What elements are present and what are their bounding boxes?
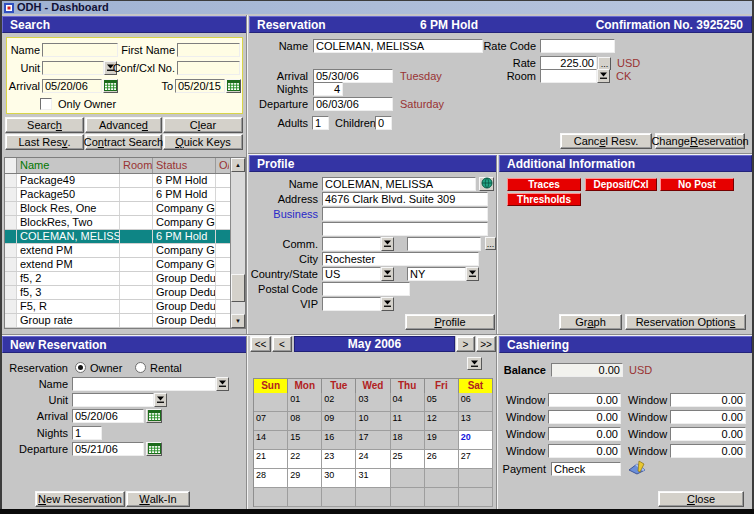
owner-radio[interactable] — [75, 362, 86, 373]
calendar-day[interactable]: 09 — [322, 412, 356, 431]
table-cell[interactable]: Package50 — [17, 188, 120, 201]
calendar-day[interactable]: 05 — [425, 393, 459, 412]
newres-arrival-calendar-button[interactable] — [146, 409, 162, 423]
table-cell[interactable] — [120, 188, 153, 201]
table-cell[interactable]: F5, R — [17, 300, 120, 313]
table-cell[interactable] — [5, 174, 17, 187]
calendar-day[interactable]: 12 — [425, 412, 459, 431]
table-row[interactable]: Package496 PM Hold — [5, 174, 245, 188]
table-row[interactable]: Package506 PM Hold — [5, 188, 245, 202]
postal-code-field[interactable] — [322, 282, 410, 296]
search-conf-input[interactable] — [177, 61, 240, 75]
close-button[interactable]: Close — [658, 491, 744, 507]
table-cell[interactable]: Group Deduct — [153, 272, 216, 285]
calendar-day[interactable]: 11 — [391, 412, 425, 431]
calendar-day[interactable]: 03 — [356, 393, 390, 412]
res-arrival-field[interactable]: 05/30/06 — [313, 69, 393, 83]
table-cell[interactable] — [120, 258, 153, 271]
table-cell[interactable]: Company Guara — [153, 216, 216, 229]
quick-keys-button[interactable]: Quick Keys — [163, 134, 243, 150]
table-row[interactable]: COLEMAN, MELISSA6 PM Hold — [5, 230, 245, 244]
calendar-day[interactable]: 25 — [391, 450, 425, 469]
table-row[interactable]: BlockRes, TwoCompany Guara — [5, 216, 245, 230]
state-dropdown-button[interactable] — [466, 267, 479, 281]
table-cell[interactable]: 6 PM Hold — [153, 174, 216, 187]
vip-field[interactable] — [322, 297, 381, 311]
search-arrival-input[interactable]: 05/20/06 — [42, 79, 102, 93]
rental-radio[interactable] — [135, 362, 146, 373]
rate-field[interactable]: 225.00 — [540, 56, 597, 70]
window-amount-field[interactable]: 0.00 — [548, 393, 621, 407]
calendar-day[interactable]: 27 — [459, 450, 493, 469]
window-amount-field[interactable]: 0.00 — [548, 427, 621, 441]
newres-unit-field[interactable] — [72, 393, 154, 407]
comm-value-field[interactable] — [407, 237, 481, 251]
calendar-day[interactable]: 26 — [425, 450, 459, 469]
table-row[interactable]: f5, 2Group Deduct — [5, 272, 245, 286]
column-header-room[interactable]: Room — [120, 158, 153, 173]
column-header-name[interactable]: Name — [17, 158, 120, 173]
table-cell[interactable] — [216, 300, 229, 313]
table-cell[interactable] — [5, 244, 17, 257]
rate-code-field[interactable] — [540, 39, 615, 53]
table-cell[interactable]: Package49 — [17, 174, 120, 187]
search-first-name-input[interactable] — [177, 43, 240, 57]
table-cell[interactable] — [120, 230, 153, 243]
calendar-day[interactable]: 04 — [391, 393, 425, 412]
table-cell[interactable] — [120, 286, 153, 299]
table-cell[interactable] — [120, 300, 153, 313]
search-to-input[interactable]: 05/20/15 — [175, 79, 225, 93]
table-cell[interactable] — [120, 314, 153, 327]
column-header-oa[interactable]: O/A — [216, 158, 229, 173]
newres-departure-field[interactable]: 05/21/06 — [72, 442, 144, 456]
table-cell[interactable]: Group Deduct — [153, 286, 216, 299]
vip-dropdown-button[interactable] — [381, 297, 394, 311]
newres-name-dropdown-button[interactable] — [216, 377, 229, 391]
adults-field[interactable]: 1 — [312, 116, 329, 130]
country-field[interactable]: US — [322, 267, 381, 281]
profile-globe-button[interactable] — [479, 177, 494, 191]
table-row[interactable]: extend PMCompany Guara — [5, 244, 245, 258]
window-amount-field[interactable]: 0.00 — [670, 410, 746, 424]
table-cell[interactable] — [216, 202, 229, 215]
calendar-day[interactable]: 24 — [356, 450, 390, 469]
table-cell[interactable] — [216, 314, 229, 327]
scroll-up-button[interactable]: ▲ — [231, 158, 245, 172]
res-departure-field[interactable]: 06/03/06 — [313, 97, 393, 111]
table-cell[interactable]: Company Guara — [153, 258, 216, 271]
calendar-day[interactable]: 20 — [459, 431, 493, 450]
table-row[interactable]: f5, 3Group Deduct — [5, 286, 245, 300]
res-name-field[interactable]: COLEMAN, MELISSA — [313, 39, 483, 53]
table-cell[interactable] — [5, 230, 17, 243]
calendar-day[interactable]: 07 — [254, 412, 288, 431]
table-cell[interactable] — [5, 314, 17, 327]
city-field[interactable]: Rochester — [322, 252, 479, 266]
table-cell[interactable] — [120, 272, 153, 285]
calendar-day[interactable]: 02 — [322, 393, 356, 412]
calendar-day[interactable]: 30 — [322, 469, 356, 488]
search-unit-input[interactable] — [42, 61, 104, 75]
no-post-alert-button[interactable]: No Post — [660, 178, 734, 191]
thresholds-alert-button[interactable]: Thresholds — [507, 193, 581, 206]
clear-button[interactable]: Clear — [163, 117, 243, 133]
calendar-day[interactable]: 16 — [322, 431, 356, 450]
window-amount-field[interactable]: 0.00 — [670, 427, 746, 441]
table-cell[interactable] — [5, 286, 17, 299]
contract-search-button[interactable]: Contract Search — [85, 134, 162, 150]
calendar-day[interactable]: 18 — [391, 431, 425, 450]
table-scrollbar[interactable]: ▲ ▼ — [230, 158, 245, 328]
address-field[interactable]: 4676 Clark Blvd. Suite 309 — [322, 192, 488, 206]
window-amount-field[interactable]: 0.00 — [548, 410, 621, 424]
newres-arrival-field[interactable]: 05/20/06 — [72, 409, 144, 423]
calendar-day[interactable]: 31 — [356, 469, 390, 488]
table-row[interactable]: extend PMCompany Guara — [5, 258, 245, 272]
calendar-prev-year-button[interactable]: << — [250, 336, 271, 352]
table-cell[interactable]: f5, 3 — [17, 286, 120, 299]
calendar-day[interactable]: 08 — [288, 412, 322, 431]
only-owner-checkbox[interactable] — [40, 98, 52, 110]
table-cell[interactable] — [120, 174, 153, 187]
table-cell[interactable] — [5, 300, 17, 313]
rental-radio-label[interactable]: Rental — [150, 361, 182, 375]
profile-button[interactable]: Profile — [405, 314, 495, 330]
advanced-button[interactable]: Advanced — [85, 117, 162, 133]
